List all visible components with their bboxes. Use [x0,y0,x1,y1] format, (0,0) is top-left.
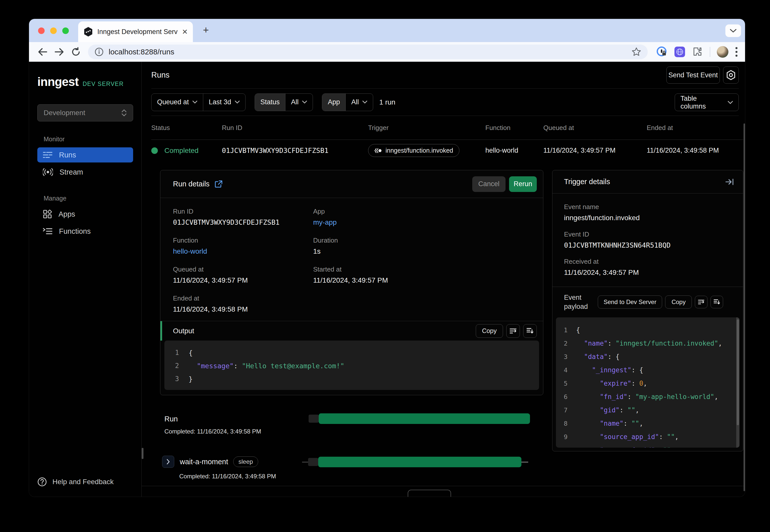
help-and-feedback[interactable]: Help and Feedback [37,477,141,487]
browser-tabstrip: Inngest Development Server ✕ + [29,19,745,42]
tab-close-icon[interactable]: ✕ [182,28,188,36]
app-filter-dropdown[interactable]: All [345,94,373,111]
bar-lead-line [302,462,308,462]
external-link-icon[interactable] [215,180,223,188]
sidebar-section-monitor: Monitor [44,136,141,143]
step-kind-badge: sleep [233,456,258,467]
expand-step-button[interactable] [162,456,174,468]
load-more-button-partial[interactable] [408,490,451,497]
code-line: 1{ [164,346,539,359]
run-timeline-bar[interactable] [309,413,530,424]
desktop: Inngest Development Server ✕ + [0,0,770,532]
step-name[interactable]: wait-a-moment [180,458,228,466]
send-to-dev-server-button[interactable]: Send to Dev Server [598,295,662,309]
browser-toolbar: localhost:8288/runs [29,42,745,62]
sidebar-item-apps[interactable]: Apps [37,207,133,222]
payload-scroll-bottom-button[interactable] [711,296,723,308]
cancel-button[interactable]: Cancel [472,176,505,192]
reload-button[interactable] [69,47,82,57]
bookmark-star-icon[interactable] [632,47,641,57]
minimize-window-button[interactable] [50,27,57,34]
output-copy-button[interactable]: Copy [476,324,503,338]
forward-button[interactable] [53,48,66,56]
time-range-dropdown[interactable]: Last 3d [203,94,245,111]
column-header-ended-at[interactable]: Ended at [647,124,743,132]
field-event-id: Event ID 01JCVBTMTKNHNHZ3SN64R51BQD [552,230,743,249]
table-columns-label: Table columns [681,95,723,110]
url-bar[interactable]: localhost:8288/runs [88,45,648,59]
column-header-trigger[interactable]: Trigger [368,124,485,132]
back-button[interactable] [36,48,49,56]
field-started-at: Started at 11/16/2024, 3:49:57 PM [313,265,543,284]
site-info-icon[interactable] [94,47,104,56]
table-row[interactable]: Completed 01JCVBTMV3WXY9D3CFDEJFZSB1 inn… [151,140,743,161]
scrollbar-thumb[interactable] [737,319,739,425]
time-filter-group: Queued at Last 3d [151,93,246,111]
help-label: Help and Feedback [52,478,114,486]
code-line: 7 "gid": "", [556,404,740,417]
extensions-puzzle-icon[interactable] [692,46,703,57]
sidebar-item-stream[interactable]: Stream [37,164,133,180]
output-header: Output Copy [160,321,543,341]
send-test-event-button[interactable]: Send Test Event [666,67,720,84]
output-status-accent [160,321,162,341]
settings-gear-button[interactable] [723,67,739,84]
sidebar-item-runs[interactable]: Runs [37,147,133,162]
time-field-dropdown[interactable]: Queued at [151,94,203,111]
page-header: Runs Send Test Event [151,62,739,89]
code-line: 10 "source_fn_id": "", [556,444,740,448]
trigger-pill[interactable]: inngest/function.invoked [368,144,459,157]
scrollbar-track[interactable] [736,317,740,448]
column-header-queued-at[interactable]: Queued at [543,124,647,132]
profile-avatar[interactable] [717,46,728,58]
output-code-block[interactable]: 1{2 "message": "Hello test@example.com!"… [164,341,539,390]
environment-select[interactable]: Development [37,104,133,121]
event-payload-header: Event payload Send to Dev Server Copy [552,287,743,317]
stream-icon [43,168,53,176]
purple-extension-icon[interactable] [674,46,686,58]
sidebar-item-functions[interactable]: Functions [37,224,133,239]
event-payload-code-block[interactable]: 1{2 "name": "inngest/function.invoked",3… [556,317,740,448]
field-function: Function hello-world [173,237,313,255]
column-header-function[interactable]: Function [485,124,543,132]
new-tab-button[interactable]: + [203,24,209,36]
inngest-favicon-icon [84,27,93,37]
column-header-status[interactable]: Status [151,124,222,132]
scroll-bottom-icon [714,299,720,305]
scroll-to-bottom-button[interactable] [523,324,537,338]
timeline-run-label: Run [164,415,178,423]
help-icon [37,477,47,487]
chevron-right-icon [166,459,170,464]
tab-search-button[interactable] [725,24,741,37]
payload-copy-button[interactable]: Copy [665,295,692,309]
run-details-title: Run details [173,180,210,188]
window-controls[interactable] [38,27,69,34]
bar-stub [308,458,318,466]
row-status: Completed [164,147,199,155]
run-count: 1 run [379,98,675,106]
main-scrollbar[interactable] [744,123,745,491]
step-timeline-bar[interactable] [302,457,528,467]
browser-tab[interactable]: Inngest Development Server ✕ [78,21,193,42]
password-manager-extension-icon[interactable] [656,46,667,58]
collapse-panel-icon[interactable] [725,178,734,186]
tab-title: Inngest Development Server [97,28,177,36]
toolbar-extensions [653,46,738,58]
field-received-at: Received at 11/16/2024, 3:49:57 PM [552,258,743,277]
table-columns-button[interactable]: Table columns [675,94,739,111]
app-link[interactable]: my-app [313,218,543,226]
runs-icon [43,151,52,159]
rerun-button[interactable]: Rerun [509,176,537,192]
browser-menu-icon[interactable] [735,47,738,57]
payload-word-wrap-button[interactable] [695,296,708,308]
status-filter-dropdown[interactable]: All [285,94,313,111]
environment-select-value: Development [44,109,85,117]
url-text[interactable]: localhost:8288/runs [109,48,627,56]
close-window-button[interactable] [38,27,45,34]
maximize-window-button[interactable] [62,27,69,34]
word-wrap-button[interactable] [506,324,520,338]
sidebar-item-label: Runs [59,151,76,159]
function-link[interactable]: hello-world [173,247,313,255]
code-line: 6 "fn_id": "my-app-hello-world", [556,390,740,404]
column-header-run-id[interactable]: Run ID [222,124,368,132]
